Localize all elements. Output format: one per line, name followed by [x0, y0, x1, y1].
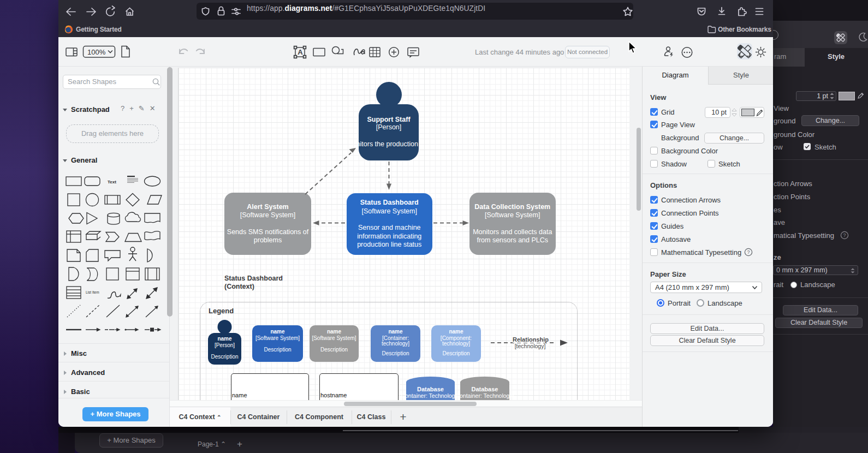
svg-text:Text: Text	[108, 180, 116, 184]
svg-text:?: ?	[747, 249, 750, 255]
svg-text:100%: 100%	[87, 48, 106, 56]
svg-text:List Item: List Item	[86, 290, 99, 294]
svg-text:A: A	[298, 48, 303, 56]
svg-text:?: ?	[843, 233, 846, 238]
